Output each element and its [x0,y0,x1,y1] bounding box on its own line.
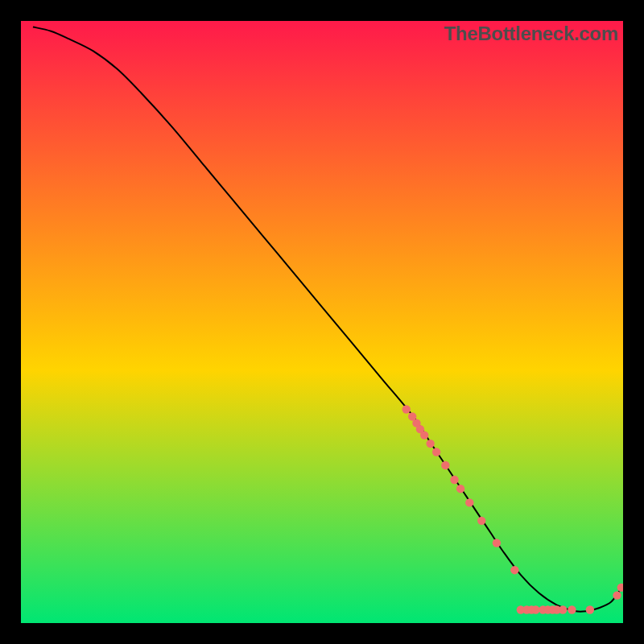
data-point [441,461,449,469]
data-point [531,605,539,613]
data-point [586,605,594,613]
data-point [402,405,411,413]
data-point [432,448,440,456]
gradient-background [21,21,623,623]
data-point [510,566,518,574]
data-point [450,476,458,484]
chart-frame: TheBottleneck.com [21,21,623,623]
watermark-text: TheBottleneck.com [444,23,618,45]
data-point [613,591,621,599]
data-point [465,498,473,506]
data-point [559,605,567,613]
chart-plot [21,21,623,623]
data-point [456,485,464,493]
data-point [420,431,428,439]
data-point [493,539,501,547]
data-point [426,440,434,448]
data-point [477,517,485,525]
data-point [568,605,576,613]
